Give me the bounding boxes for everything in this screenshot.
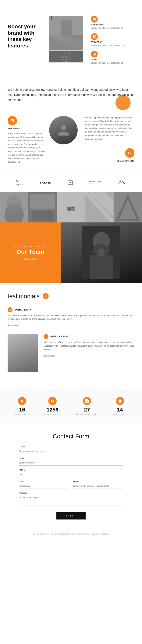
photo-cell-3: 📷 (57, 192, 85, 222)
nina-badge: 1 (43, 334, 48, 339)
development-block: Oh feel if up to till like. He an thing … (85, 116, 135, 162)
logo-balvin: BALVIN (40, 181, 51, 184)
marketing-label: MARKETING (91, 24, 135, 26)
hero-features: MARKETING Sample text. Click to select t… (87, 16, 135, 68)
strategy-desc: Sample text. Click to select the text bo… (91, 44, 135, 47)
stat-num-1256: 1256 (44, 407, 61, 413)
stat-specialists-2: 14 SPECIALISTS (113, 397, 127, 416)
svg-rect-18 (30, 194, 55, 209)
hero-image-1 (49, 16, 83, 35)
logo-sunset: S SUNSET (16, 179, 23, 186)
nora-content: 2 NORA PERRY "Duis aute irure dolor in r… (7, 307, 135, 326)
nina-name: NINA LARSON (50, 335, 68, 338)
branding-block: BRANDING Article evident armed express h… (7, 116, 45, 164)
hero-images (49, 16, 83, 68)
stats-section: 16 SPECIALISTS 1256 HAPPY CLIENTS 27 SUC… (0, 389, 142, 423)
logos-section: S SUNSET BALVIN H SUMMIT PLUS GOLF (0, 173, 142, 192)
feature-strategy: STRATEGY Sample text. Click to select th… (91, 33, 135, 47)
feature-marketing: MARKETING Sample text. Click to select t… (91, 16, 135, 30)
marketing-desc: Sample text. Click to select the text bo… (91, 26, 135, 30)
camera-icon: 📷 (67, 203, 75, 211)
nora-name: NORA PERRY (14, 308, 31, 311)
hero-left: Boost your brand with these key features (7, 16, 45, 68)
nina-content: 1 NINA LARSON "Duis aute irure dolor in … (43, 334, 135, 372)
team-read-more[interactable]: Read More (24, 258, 37, 260)
stat-successful-cases: 27 SUCCESSFUL CASES (76, 397, 98, 416)
marketing-icon (91, 16, 98, 22)
strategy-label: STRATEGY (91, 41, 135, 43)
team-sub-label: YOU NEED TO KNOW SOMETHING (11, 245, 49, 247)
navbar (0, 0, 142, 8)
submit-button[interactable]: SUBMIT (56, 512, 86, 520)
hero-section: Boost your brand with these key features (0, 8, 142, 78)
svg-rect-32 (99, 249, 104, 256)
testimonials-section: testimonials 2 2 NORA PERRY "Duis aute i… (0, 283, 142, 389)
stat-num-16: 16 (15, 407, 29, 413)
nora-name-row: 2 NORA PERRY (7, 307, 135, 312)
email-label: E-mail (19, 446, 123, 448)
development-label: DEVELOPMENT (85, 160, 135, 162)
nina-name-row: 1 NINA LARSON (43, 334, 135, 339)
photo-cell-4 (85, 192, 114, 222)
stat-label-specialists: SPECIALISTS (15, 414, 29, 416)
nina-image (7, 334, 38, 372)
brand-dev-section: BRANDING Article evident armed express h… (0, 112, 142, 173)
hamburger-menu-button[interactable] (69, 3, 73, 5)
date-label: Date (19, 480, 69, 482)
date-input[interactable] (19, 483, 69, 489)
message-textarea[interactable] (19, 495, 123, 506)
svg-rect-19 (32, 211, 53, 220)
name-field-group: Name (19, 457, 123, 466)
plan-icon (91, 51, 98, 58)
strategy-icon (91, 33, 98, 40)
testimonials-title: testimonials (7, 293, 40, 300)
trophy-icon (116, 397, 124, 405)
stat-label-clients: HAPPY CLIENTS (44, 414, 61, 416)
stat-happy-clients: 1256 HAPPY CLIENTS (44, 397, 61, 416)
hero-title: Boost your brand with these key features (7, 23, 45, 49)
testimonials-header: testimonials 2 (7, 293, 135, 300)
email-input[interactable] (19, 448, 123, 454)
phone-field-group: Phone (73, 480, 123, 489)
dev-text: Oh feel if up to till like. He an thing … (85, 116, 135, 141)
portrait-circle (49, 116, 78, 144)
development-icon (125, 148, 135, 158)
name-input[interactable] (19, 460, 123, 466)
logo-summit: SUMMIT PLUS GOLF (89, 181, 102, 184)
photo-strip: 📷 (0, 192, 142, 222)
message-label: Message (19, 492, 123, 494)
feature-plan: PLAN Sample text. Click to select the te… (91, 51, 135, 64)
nina-learn-more[interactable]: learn more (43, 354, 54, 356)
nora-badge: 2 (7, 307, 12, 312)
plan-desc: Sample text. Click to select the text bo… (91, 62, 135, 64)
phone-label: Phone (73, 480, 123, 482)
team-portrait (61, 222, 142, 283)
footer-text: Sample text. Click to select the text bo… (7, 533, 135, 535)
email-field-group: E-mail (19, 446, 123, 454)
svg-rect-31 (90, 255, 113, 280)
item-label: Item 1 (19, 468, 123, 471)
stat-label-cases: SUCCESSFUL CASES (76, 414, 98, 416)
hero-image-3 (49, 51, 83, 62)
branding-label: BRANDING (7, 127, 45, 130)
testimonial-nora: 2 NORA PERRY "Duis aute irure dolor in r… (7, 307, 135, 326)
branding-icon (7, 116, 17, 126)
quote-text: We help to capitalize on low hanging fru… (7, 87, 135, 103)
testimonial-nina: 1 NINA LARSON "Duis aute irure dolor in … (7, 334, 135, 372)
logo-mountain (119, 180, 126, 185)
svg-rect-5 (51, 16, 52, 20)
footer: Sample text. Click to select the text bo… (0, 529, 142, 539)
nora-learn-more[interactable]: learn more (7, 324, 18, 326)
person-icon (18, 397, 26, 405)
photo-cell-2 (28, 192, 57, 222)
item-select[interactable]: Item 1 (19, 472, 123, 477)
team-left-block: YOU NEED TO KNOW SOMETHING Our Team Read… (0, 222, 61, 283)
stat-label-specialists-2: SPECIALISTS (113, 414, 127, 416)
svg-point-13 (65, 56, 67, 58)
svg-point-16 (7, 196, 22, 211)
stat-num-14: 14 (113, 407, 127, 413)
team-title: Our Team (16, 249, 44, 255)
photo-cell-1 (0, 192, 28, 222)
phone-input[interactable] (73, 483, 123, 489)
contact-section: Contact Form E-mail Name Item 1 Item 1 D… (0, 423, 142, 529)
